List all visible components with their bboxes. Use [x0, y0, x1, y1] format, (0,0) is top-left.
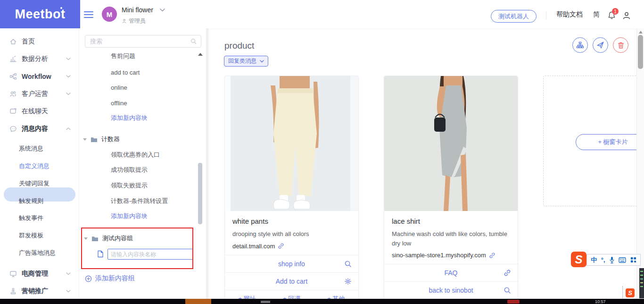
message-bubble-icon [9, 125, 17, 133]
card-button-add-to-cart[interactable]: Add to cart [225, 272, 358, 290]
chevron-down-icon [260, 60, 264, 63]
monitor-icon [9, 270, 17, 278]
workspace-name: Mini flower [122, 6, 153, 14]
tree-folder-counter[interactable]: 计数器 [83, 134, 120, 145]
tree-item-counter-jump-setting[interactable]: 计数器-条件跳转设置 [111, 195, 168, 207]
page-scrollbar-thumb[interactable] [638, 35, 643, 69]
drag-handle-dotted[interactable] [622, 286, 623, 298]
ime-punctuation-toggle[interactable]: °, [601, 256, 605, 263]
sidebar-item-label: 首页 [22, 37, 35, 46]
app-logo-text: Meetbot [15, 7, 66, 22]
taskbar-app-red[interactable] [507, 300, 520, 304]
ime-mode-toggle[interactable]: 中 [591, 256, 597, 264]
product-card-lace-shirt: lace shirt Machine wash cold with like c… [384, 76, 518, 304]
sidebar-item-ecommerce[interactable]: 电商管理 [0, 265, 79, 282]
tree-item-offline[interactable]: offline [111, 97, 127, 109]
add-showcase-card-label: + 橱窗卡片 [598, 138, 627, 146]
workspace-switcher[interactable]: Mini flower [122, 6, 165, 14]
sidebar-subitem-trigger-events[interactable]: 触发事件 [0, 211, 79, 225]
add-content-block-link[interactable]: 添加新内容块 [111, 112, 148, 124]
bar-chart-icon [9, 55, 17, 63]
hamburger-menu-icon[interactable] [84, 11, 93, 18]
language-toggle[interactable]: 简 [593, 10, 600, 19]
add-content-block-link[interactable]: 添加新内容块 [111, 211, 148, 222]
sogou-s-letter: S [628, 289, 632, 296]
delete-button[interactable] [613, 37, 628, 53]
tree-item-label: 售前问题 [111, 52, 135, 60]
sidebar-item-live-chat[interactable]: 在线聊天 [0, 103, 79, 120]
sidebar-item-home[interactable]: 首页 [0, 33, 79, 50]
sogou-ime-logo[interactable]: S [571, 252, 586, 267]
tree-item-presale-question[interactable]: 售前问题 [111, 51, 135, 62]
sidebar-item-label: 电商管理 [22, 270, 48, 278]
sogou-mini-icon[interactable]: S [626, 288, 635, 297]
product-link-row[interactable]: detail.tmall.com [232, 243, 351, 250]
keyboard-icon[interactable] [619, 257, 626, 263]
sidebar-item-message-content[interactable]: 消息内容 [0, 120, 79, 137]
notification-bell-icon[interactable]: 1 [607, 11, 616, 20]
tree-item-label: 成功领取提示 [111, 166, 148, 174]
search-input[interactable] [85, 35, 201, 48]
tree-item-label: add to cart [111, 69, 140, 76]
sidebar-item-label: 数据分析 [22, 55, 48, 63]
sidebar-item-customer-ops[interactable]: 客户运营 [0, 85, 79, 102]
tree-item-claim-success[interactable]: 成功领取提示 [111, 164, 148, 176]
sidebar-subitem-keyword-reply[interactable]: 关键词回复 [0, 177, 79, 191]
add-content-group-link[interactable]: 添加新内容组 [85, 273, 135, 284]
send-button[interactable] [593, 37, 608, 53]
os-taskbar[interactable]: 10:57 [0, 299, 644, 304]
role-row: 管理员 [122, 17, 146, 25]
help-doc-link[interactable]: 帮助文档 [556, 10, 583, 19]
test-robot-button[interactable]: 测试机器人 [491, 10, 537, 23]
tree-scroll-up-arrow[interactable] [198, 53, 203, 56]
tree-item-add-to-cart[interactable]: add to cart [111, 67, 140, 78]
link-icon [489, 252, 495, 259]
microphone-icon[interactable] [609, 256, 615, 263]
tree-item-label: online [111, 84, 127, 91]
tree-item-online[interactable]: online [111, 82, 127, 93]
product-link-row[interactable]: sino-sample-store1.myshopify.com [392, 252, 510, 259]
scroll-up-arrow[interactable] [639, 31, 643, 34]
add-showcase-card-button[interactable]: + 橱窗卡片 [576, 134, 636, 150]
sidebar-item-workflow[interactable]: Workflow [0, 68, 79, 85]
link-icon [278, 243, 284, 249]
sidebar-subitem-custom-message[interactable]: 自定义消息 [0, 159, 79, 173]
chat-icon [9, 108, 17, 115]
card-button-back-to-sinobot[interactable]: back to sinobot [384, 281, 518, 299]
ime-panel-icon[interactable] [630, 257, 636, 263]
taskbar-app-orange[interactable] [185, 299, 211, 304]
sidebar-item-label: 消息内容 [22, 125, 48, 133]
caret-down-icon [83, 138, 87, 141]
subitem-label: 系统消息 [19, 144, 43, 153]
message-type-dropdown[interactable]: 回复类消息 [224, 56, 268, 67]
content-tree-panel: 售前问题 add to cart online offline 添加新内容块 计… [79, 28, 206, 299]
subitem-label: 关键词回复 [19, 179, 50, 188]
product-description: Machine wash cold with like colors, tumb… [392, 229, 510, 248]
sitemap-icon [576, 41, 584, 49]
main-sidebar: 首页 数据分析 Workflow 客户运营 在线聊天 消息内容 系统消息 自定义… [0, 28, 79, 299]
add-group-label: 添加新内容组 [95, 274, 135, 283]
top-header: Meetbot M Mini flower 管理员 测试机器人 帮助文档 简 1 [0, 0, 644, 28]
sidebar-item-marketing[interactable]: 营销推广 [0, 283, 79, 300]
tree-item-label: 领取失败提示 [111, 181, 148, 190]
chevron-down-icon [66, 58, 71, 60]
tree-item-coupon-entry[interactable]: 领取优惠券的入口 [111, 149, 160, 160]
flow-view-button[interactable] [572, 37, 588, 53]
sidebar-subitem-bulk-template[interactable]: 群发模板 [0, 228, 79, 243]
card-button-shop-info[interactable]: shop info [225, 255, 358, 272]
folder-label: 计数器 [101, 135, 120, 144]
sidebar-subitem-system-message[interactable]: 系统消息 [0, 142, 79, 156]
sidebar-subitem-ad-landing-message[interactable]: 广告落地消息 [0, 246, 79, 260]
taskbar-app-gray[interactable] [261, 301, 270, 303]
product-card-white-pants: white pants drooping style with all colo… [224, 76, 359, 304]
highlight-red-box [81, 228, 193, 269]
sidebar-subitem-trigger-rules[interactable]: 触发规则 [0, 194, 79, 208]
sidebar-item-analytics[interactable]: 数据分析 [0, 51, 79, 68]
card-body: white pants drooping style with all colo… [225, 211, 358, 255]
workspace-avatar[interactable]: M [102, 7, 117, 22]
account-icon[interactable] [622, 11, 631, 20]
tree-scrollbar[interactable] [198, 163, 202, 224]
promotion-icon [9, 287, 17, 295]
card-button-faq[interactable]: FAQ [384, 264, 518, 281]
tree-item-claim-fail[interactable]: 领取失败提示 [111, 180, 148, 191]
